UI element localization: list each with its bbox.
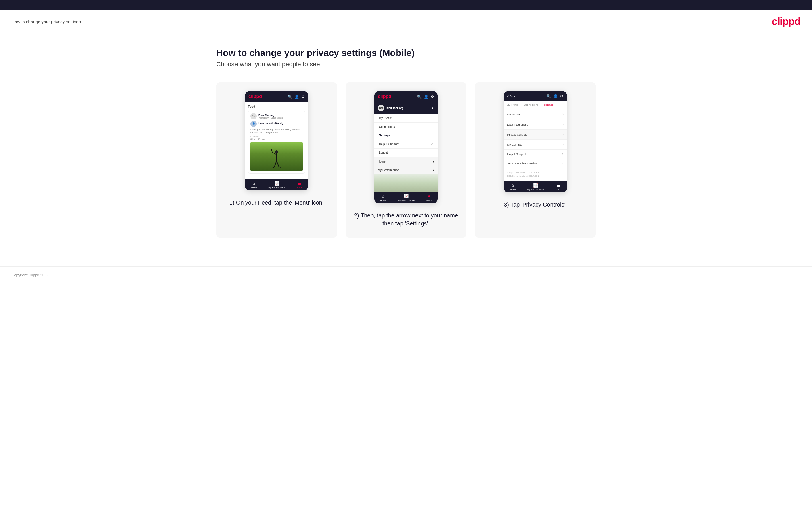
phone1-bottom-nav: ⌂ Home 📈 My Performance ☰ Menu [245,179,308,190]
service-privacy-label: Service & Privacy Policy [507,162,537,165]
phone3-bottom-nav: ⌂ Home 📈 My Performance ☰ Menu [504,181,567,192]
settings-icon: ⚙ [431,95,434,99]
chevron-right-icon-2: › [562,122,564,126]
version-info: Clippd Client Version: 2022.8.3-3 SQL Se… [504,168,567,181]
menu-icon: ☰ [298,181,301,185]
phone2-logo: clippd [378,94,391,99]
user-icon: 👤 [295,95,299,99]
tab-my-profile[interactable]: My Profile [504,101,521,109]
section-performance-label: My Performance [378,169,399,172]
post-user-name: Blair McHarg [258,114,283,117]
phone-2-mockup: clippd 🔍 👤 ⚙ BM Blair McHarg ▲ [374,91,438,204]
step-3-card: < Back 🔍 👤 ⚙ My Profile Connections [475,82,596,237]
nav2-home: ⌂ Home [380,194,386,202]
menu-performance-section[interactable]: My Performance ▾ [374,166,438,174]
post-title: Lesson with Fordy [258,122,283,125]
header: How to change your privacy settings clip… [0,10,812,33]
chart-icon-2: 📈 [404,194,409,199]
external-link-icon-2: ↗ [562,153,564,155]
nav-performance: 📈 My Performance [268,181,285,189]
phone2-icons: 🔍 👤 ⚙ [417,95,434,99]
search-icon: 🔍 [417,95,421,99]
nav3-home: ⌂ Home [509,183,515,191]
external-link-icon: ↗ [431,143,433,145]
menu-my-profile-label: My Profile [379,117,392,120]
nav2-menu[interactable]: ✕ Menu [426,194,432,202]
svg-line-7 [279,167,281,167]
menu-my-profile[interactable]: My Profile [374,114,438,123]
svg-line-6 [272,167,274,168]
settings-service-privacy[interactable]: Service & Privacy Policy ↗ [504,159,567,168]
golfer-svg [271,149,283,171]
chevron-down-icon: ▾ [433,160,434,163]
nav3-menu[interactable]: ☰ Menu [556,183,561,191]
settings-privacy-controls[interactable]: Privacy Controls › [504,129,567,139]
tab-settings[interactable]: Settings [541,101,556,109]
phone2-user-row: BM Blair McHarg ▲ [374,102,438,114]
phone1-icons: 🔍 👤 ⚙ [288,95,305,99]
my-account-label: My Account [507,113,521,116]
menu-connections[interactable]: Connections [374,123,438,131]
chevron-up-icon: ▲ [431,106,434,110]
external-link-icon-3: ↗ [562,162,564,165]
chevron-right-icon-4: › [562,143,564,147]
search-icon-3: 🔍 [546,94,551,98]
settings-help-support[interactable]: Help & Support ↗ [504,150,567,159]
settings-my-golf-bag[interactable]: My Golf Bag › [504,139,567,150]
menu-settings[interactable]: Settings [374,131,438,140]
nav3-performance: 📈 My Performance [527,183,544,191]
golf-image [250,142,303,171]
phone1-app-bar: clippd 🔍 👤 ⚙ [245,91,308,102]
user-icon: 👤 [424,95,428,99]
nav2-performance: 📈 My Performance [398,194,415,202]
svg-point-0 [275,150,278,153]
post-duration: Duration 01 hr : 30 min [250,135,303,140]
breadcrumb: How to change your privacy settings [11,19,81,24]
section-home-label: Home [378,160,386,163]
avatar: BM [250,113,257,119]
help-support-label: Help & Support [507,153,525,156]
feed-label: Feed [248,105,305,108]
page-heading: How to change your privacy settings (Mob… [216,48,596,58]
phone2-bottom-nav: ⌂ Home 📈 My Performance ✕ Menu [374,191,438,204]
settings-icon-3: ⚙ [560,94,564,98]
menu-help-label: Help & Support [379,143,399,146]
post-desc: Looking to feel like my hands are exitin… [250,128,303,134]
nav-menu[interactable]: ☰ Menu [297,181,303,189]
home-icon-2: ⌂ [382,194,384,199]
settings-data-integrations[interactable]: Data Integrations › [504,119,567,129]
phone-1-mockup: clippd 🔍 👤 ⚙ Feed BM Blair McHarg [245,91,308,190]
my-golf-bag-label: My Golf Bag [507,143,522,146]
phone2-app-bar: clippd 🔍 👤 ⚙ [374,91,438,102]
menu-icon-3: ☰ [556,183,560,187]
menu-help[interactable]: Help & Support ↗ [374,140,438,149]
post-user-info: Blair McHarg Yesterday · Sunningdale [258,114,283,119]
close-icon: ✕ [427,194,431,199]
tab-connections[interactable]: Connections [521,101,541,109]
phone3-app-bar: < Back 🔍 👤 ⚙ [504,91,567,101]
menu-connections-label: Connections [379,125,395,128]
svg-line-3 [271,149,272,152]
settings-tabs: My Profile Connections Settings [504,101,567,109]
step-1-card: clippd 🔍 👤 ⚙ Feed BM Blair McHarg [216,82,337,237]
phone3-icons: 🔍 👤 ⚙ [546,94,564,98]
privacy-controls-label: Privacy Controls [507,133,527,136]
chart-icon: 📈 [274,181,279,185]
settings-icon: ⚙ [301,95,305,99]
menu-logout-label: Logout [379,151,388,154]
back-button[interactable]: < Back [507,95,515,98]
svg-line-4 [274,161,276,167]
nav-home: ⌂ Home [251,181,257,189]
main-content: How to change your privacy settings (Mob… [205,33,607,266]
step-3-caption: 3) Tap 'Privacy Controls'. [504,201,567,209]
footer: Copyright Clippd 2022 [0,266,812,283]
menu-home-section[interactable]: Home ▾ [374,157,438,166]
steps-grid: clippd 🔍 👤 ⚙ Feed BM Blair McHarg [216,82,596,237]
user-name: Blair McHarg [386,107,404,110]
logo: clippd [772,15,801,27]
menu-settings-label: Settings [379,134,390,137]
menu-logout[interactable]: Logout [374,149,438,157]
data-integrations-label: Data Integrations [507,123,528,126]
step-1-caption: 1) On your Feed, tap the 'Menu' icon. [230,199,324,207]
settings-my-account[interactable]: My Account › [504,109,567,119]
